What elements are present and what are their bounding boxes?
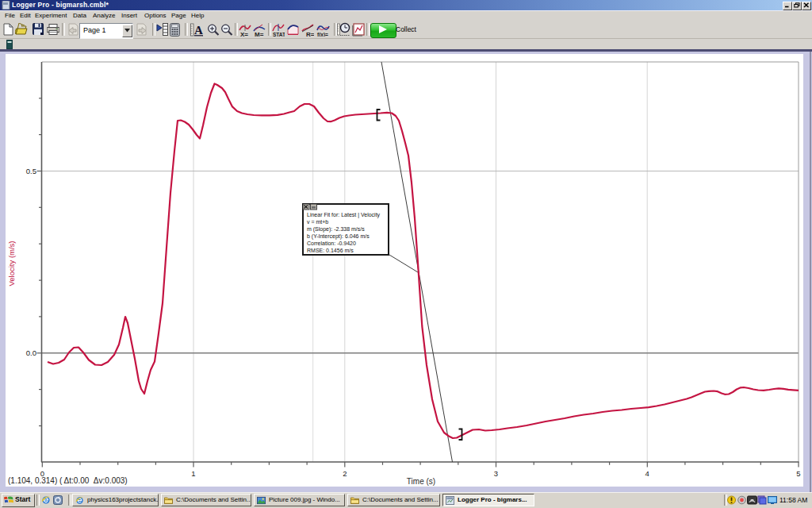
svg-text:Velocity (m/s): Velocity (m/s) <box>7 241 16 286</box>
svg-text:Time (s): Time (s) <box>407 477 435 486</box>
svg-text:0.0: 0.0 <box>26 348 36 357</box>
svg-text:2: 2 <box>343 469 347 478</box>
svg-text:0.5: 0.5 <box>26 167 36 175</box>
svg-text:1: 1 <box>191 469 195 478</box>
svg-text:3: 3 <box>494 469 498 478</box>
svg-text:4: 4 <box>645 469 649 478</box>
svg-text:5: 5 <box>796 469 800 478</box>
